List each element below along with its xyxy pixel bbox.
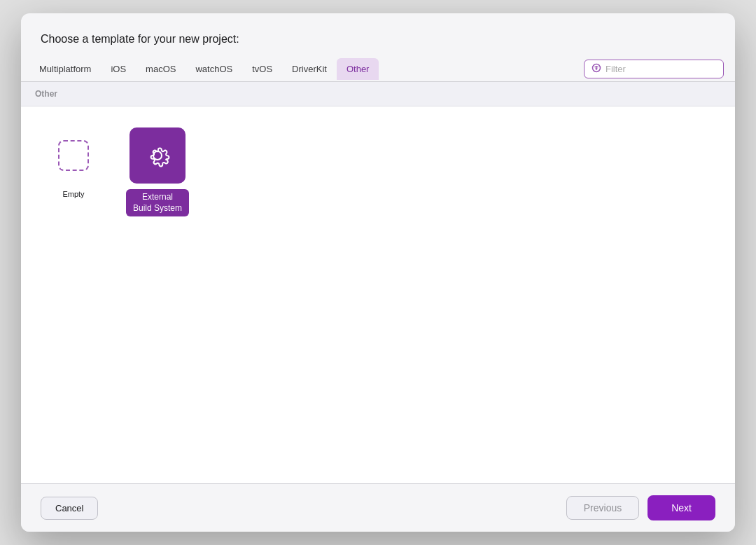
tab-multiplatform[interactable]: Multiplatform	[29, 58, 101, 80]
tab-watchos[interactable]: watchOS	[186, 58, 242, 80]
previous-button[interactable]: Previous	[566, 496, 639, 520]
section-header: Other	[21, 82, 735, 106]
tab-driverkit[interactable]: DriverKit	[282, 58, 337, 80]
dialog-title: Choose a template for your new project:	[21, 33, 735, 57]
tab-ios[interactable]: iOS	[101, 58, 136, 80]
next-button[interactable]: Next	[648, 495, 715, 520]
empty-icon	[58, 140, 89, 171]
tab-tvos[interactable]: tvOS	[242, 58, 282, 80]
gear-icon	[142, 140, 173, 171]
templates-grid: Empty External Build System	[21, 106, 735, 236]
new-project-dialog: Choose a template for your new project: …	[21, 13, 735, 532]
cancel-button[interactable]: Cancel	[41, 497, 98, 520]
tab-macos[interactable]: macOS	[136, 58, 186, 80]
footer-right: Previous Next	[566, 495, 715, 520]
template-label-external-build: External Build System	[126, 189, 189, 216]
gear-icon-wrap	[130, 127, 186, 184]
template-item-external-build[interactable]: External Build System	[119, 120, 196, 222]
filter-icon	[592, 63, 601, 75]
tabs-container: Multiplatform iOS macOS watchOS tvOS Dri…	[29, 58, 581, 80]
tab-other[interactable]: Other	[337, 58, 379, 80]
template-item-empty[interactable]: Empty	[35, 120, 112, 222]
filter-input[interactable]	[606, 64, 716, 74]
template-label-empty: Empty	[62, 189, 84, 199]
content-area: Other Empty External Build System	[21, 82, 735, 483]
empty-icon-wrap	[46, 127, 102, 184]
footer: Cancel Previous Next	[21, 483, 735, 532]
tab-bar: Multiplatform iOS macOS watchOS tvOS Dri…	[21, 57, 735, 82]
filter-box[interactable]	[584, 60, 724, 78]
